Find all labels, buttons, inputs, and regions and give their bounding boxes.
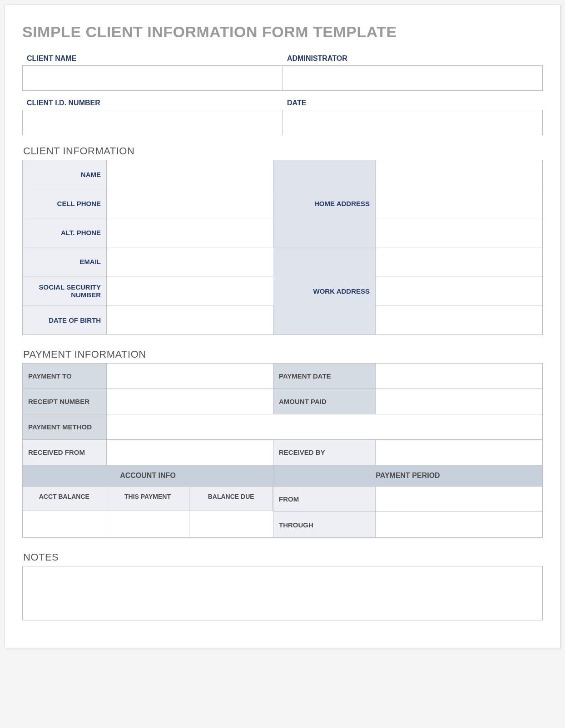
ssn-label: SOCIAL SECURITY NUMBER xyxy=(23,276,107,305)
cell-phone-input[interactable] xyxy=(107,189,273,218)
work-address-label: WORK ADDRESS xyxy=(273,247,376,334)
client-info-heading: CLIENT INFORMATION xyxy=(23,145,543,157)
email-input[interactable] xyxy=(107,247,273,276)
receipt-number-input[interactable] xyxy=(107,389,273,414)
payment-method-input[interactable] xyxy=(107,414,542,439)
administrator-label: ADMINISTRATOR xyxy=(282,54,543,65)
received-by-label: RECEIVED BY xyxy=(273,440,376,465)
home-address-input-3[interactable] xyxy=(376,218,542,247)
account-info-header: ACCOUNT INFO xyxy=(23,465,273,487)
this-payment-label: THIS PAYMENT xyxy=(106,487,190,511)
client-name-input[interactable] xyxy=(23,66,282,90)
payment-to-input[interactable] xyxy=(107,364,273,389)
client-id-label: CLIENT I.D. NUMBER xyxy=(22,99,282,110)
amount-paid-label: AMOUNT PAID xyxy=(273,389,376,414)
from-input[interactable] xyxy=(376,487,542,512)
through-label: THROUGH xyxy=(273,512,376,537)
ssn-input[interactable] xyxy=(107,276,273,305)
balance-due-input[interactable] xyxy=(189,511,273,538)
dob-input[interactable] xyxy=(107,305,273,334)
header-block: CLIENT NAME ADMINISTRATOR CLIENT I.D. NU… xyxy=(22,54,543,135)
payment-period-header: PAYMENT PERIOD xyxy=(273,465,542,487)
name-label: NAME xyxy=(23,160,107,189)
from-label: FROM xyxy=(273,487,376,512)
received-from-input[interactable] xyxy=(107,440,273,465)
page-container: SIMPLE CLIENT INFORMATION FORM TEMPLATE … xyxy=(5,5,560,648)
date-label: DATE xyxy=(282,99,543,110)
acct-balance-input[interactable] xyxy=(23,511,106,538)
client-id-input[interactable] xyxy=(23,110,282,135)
work-address-input-1[interactable] xyxy=(376,247,542,276)
payment-date-input[interactable] xyxy=(376,364,542,389)
work-address-input-2[interactable] xyxy=(376,276,542,305)
payment-date-label: PAYMENT DATE xyxy=(273,364,376,389)
page-title: SIMPLE CLIENT INFORMATION FORM TEMPLATE xyxy=(22,23,543,41)
work-address-input-3[interactable] xyxy=(376,305,542,334)
name-input[interactable] xyxy=(107,160,273,189)
client-name-label: CLIENT NAME xyxy=(22,54,282,65)
alt-phone-input[interactable] xyxy=(107,218,273,247)
notes-box xyxy=(22,566,543,620)
date-input[interactable] xyxy=(283,110,543,135)
received-by-input[interactable] xyxy=(376,440,542,465)
this-payment-input[interactable] xyxy=(106,511,189,538)
payment-info-heading: PAYMENT INFORMATION xyxy=(23,349,543,360)
through-input[interactable] xyxy=(376,512,542,537)
alt-phone-label: ALT. PHONE xyxy=(23,218,107,247)
payment-info-table: PAYMENT TO PAYMENT DATE RECEIPT NUMBER A… xyxy=(22,363,543,538)
received-from-label: RECEIVED FROM xyxy=(23,440,107,465)
payment-to-label: PAYMENT TO xyxy=(23,364,107,389)
home-address-input-1[interactable] xyxy=(376,160,542,189)
balance-due-label: BALANCE DUE xyxy=(189,487,273,511)
administrator-input[interactable] xyxy=(283,66,543,90)
notes-heading: NOTES xyxy=(23,551,543,563)
client-info-table: NAME HOME ADDRESS CELL PHONE ALT. PHONE … xyxy=(22,160,543,335)
email-label: EMAIL xyxy=(23,247,107,276)
receipt-number-label: RECEIPT NUMBER xyxy=(23,389,107,414)
home-address-label: HOME ADDRESS xyxy=(273,160,376,247)
dob-label: DATE OF BIRTH xyxy=(23,305,107,334)
home-address-input-2[interactable] xyxy=(376,189,542,218)
notes-input[interactable] xyxy=(23,566,542,620)
acct-balance-label: ACCT BALANCE xyxy=(23,487,106,511)
cell-phone-label: CELL PHONE xyxy=(23,189,107,218)
payment-method-label: PAYMENT METHOD xyxy=(23,414,107,440)
amount-paid-input[interactable] xyxy=(376,389,542,414)
